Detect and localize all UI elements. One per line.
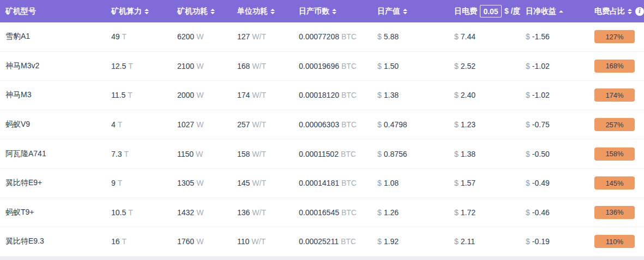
table-body: 雪豹A1 49T 6200W 127W/T 0.00077208BTC $5.8… xyxy=(0,22,644,257)
currency-symbol: $ xyxy=(526,120,530,129)
coin-unit: BTC xyxy=(341,150,356,158)
electricity-cost-cell: $2.40 xyxy=(454,91,526,99)
table-row: 翼比特E9.3 16T 1760W 110W/T 0.00025211BTC $… xyxy=(0,227,644,257)
sort-icon[interactable] xyxy=(403,9,407,14)
electricity-price-unit: $ /度 xyxy=(504,7,521,16)
daily-coins-cell: 0.00077208BTC xyxy=(299,32,377,41)
daily-value-cell: $1.50 xyxy=(377,62,454,70)
power-cell: 1760W xyxy=(177,237,237,246)
col-header-daily-coins[interactable]: 日产币数 xyxy=(299,7,377,16)
sort-asc-icon[interactable] xyxy=(559,10,563,13)
daily-coins-cell: 0.00011502BTC xyxy=(299,150,377,158)
hashrate-cell: 49T xyxy=(111,32,177,41)
hashrate-unit: T xyxy=(118,120,123,129)
power-unit: W xyxy=(196,150,203,158)
hashrate-unit: T xyxy=(118,179,123,187)
hashrate-cell: 16T xyxy=(111,237,177,246)
unit-power-unit: W/T xyxy=(252,32,266,41)
power-unit: W xyxy=(196,237,203,246)
electricity-cost-cell: $1.23 xyxy=(454,120,526,129)
miner-profit-table: 矿机型号 矿机算力 矿机功耗 单位功耗 日产币数 日产值 日电费 $ /度 日净 xyxy=(0,0,644,260)
info-icon[interactable]: i xyxy=(635,7,644,16)
col-header-net-profit[interactable]: 日净收益 xyxy=(526,7,594,16)
daily-value: 1.92 xyxy=(384,237,399,246)
sort-icon[interactable] xyxy=(210,9,215,14)
fee-ratio-badge: 110% xyxy=(594,235,635,248)
col-header-electricity-fee: 日电费 $ /度 xyxy=(454,5,526,17)
currency-symbol: $ xyxy=(526,237,530,246)
hashrate-value: 9 xyxy=(111,179,116,187)
col-header-daily-coins-label: 日产币数 xyxy=(299,7,329,16)
hashrate-value: 49 xyxy=(111,32,120,41)
hashrate-unit: T xyxy=(128,62,133,70)
hashrate-unit: T xyxy=(124,150,129,158)
daily-coins-value: 0.00016545 xyxy=(299,208,339,217)
col-header-daily-value[interactable]: 日产值 xyxy=(377,7,454,16)
col-header-fee-ratio[interactable]: 电费占比 i xyxy=(594,7,644,16)
daily-value: 5.88 xyxy=(384,32,399,41)
coin-unit: BTC xyxy=(341,237,356,246)
electricity-cost-value: 1.72 xyxy=(461,208,476,217)
net-profit-cell: $-1.56 xyxy=(526,32,594,41)
currency-symbol: $ xyxy=(454,32,459,41)
col-header-unit-power-label: 单位功耗 xyxy=(237,7,268,16)
electricity-price-input[interactable] xyxy=(480,5,502,17)
net-profit-cell: $-0.49 xyxy=(526,179,594,187)
net-profit-cell: $-1.02 xyxy=(526,62,594,70)
col-header-model: 矿机型号 xyxy=(5,7,111,16)
power-cell: 1150W xyxy=(177,150,237,158)
col-header-hashrate[interactable]: 矿机算力 xyxy=(111,7,177,16)
daily-value-cell: $1.08 xyxy=(377,179,454,187)
hashrate-value: 16 xyxy=(111,237,120,246)
hashrate-value: 10.5 xyxy=(111,208,126,217)
daily-value-cell: $1.92 xyxy=(377,237,454,246)
col-header-fee-ratio-label: 电费占比 xyxy=(594,7,625,16)
daily-value-cell: $0.8756 xyxy=(377,150,454,158)
hashrate-cell: 11.5T xyxy=(111,91,177,99)
table-row: 翼比特E9+ 9T 1305W 145W/T 0.00014181BTC $1.… xyxy=(0,169,644,198)
electricity-cost-value: 1.38 xyxy=(461,150,476,158)
currency-symbol: $ xyxy=(454,237,459,246)
power-value: 1432 xyxy=(177,208,194,217)
electricity-cost-cell: $1.38 xyxy=(454,150,526,158)
currency-symbol: $ xyxy=(377,208,382,217)
currency-symbol: $ xyxy=(526,91,530,99)
daily-value: 1.26 xyxy=(384,208,399,217)
miner-model: 雪豹A1 xyxy=(5,32,111,42)
fee-ratio-cell: 136% xyxy=(594,206,644,219)
coin-unit: BTC xyxy=(341,91,357,99)
currency-symbol: $ xyxy=(526,208,530,217)
daily-value-cell: $1.38 xyxy=(377,91,454,99)
col-header-unit-power[interactable]: 单位功耗 xyxy=(237,7,299,16)
power-value: 1150 xyxy=(177,150,194,158)
power-cell: 6200W xyxy=(177,32,237,41)
unit-power-cell: 174W/T xyxy=(237,91,299,99)
power-cell: 1305W xyxy=(177,179,237,187)
daily-coins-cell: 0.00018120BTC xyxy=(299,91,377,99)
unit-power-cell: 110W/T xyxy=(237,237,299,246)
sort-icon[interactable] xyxy=(145,9,149,14)
unit-power-unit: W/T xyxy=(252,120,266,129)
miner-model: 翼比特E9+ xyxy=(5,178,111,188)
col-header-power[interactable]: 矿机功耗 xyxy=(177,7,237,16)
fee-ratio-badge: 136% xyxy=(594,206,635,219)
hashrate-unit: T xyxy=(128,208,133,217)
unit-power-value: 168 xyxy=(237,62,250,70)
net-profit-cell: $-0.46 xyxy=(526,208,594,217)
col-header-power-label: 矿机功耗 xyxy=(177,7,208,16)
hashrate-cell: 10.5T xyxy=(111,208,177,217)
currency-symbol: $ xyxy=(377,62,382,70)
currency-symbol: $ xyxy=(377,179,382,187)
miner-model: 神马M3 xyxy=(5,90,111,100)
daily-coins-value: 0.00019696 xyxy=(299,62,339,70)
electricity-cost-value: 2.40 xyxy=(461,91,476,99)
sort-icon[interactable] xyxy=(628,9,632,14)
currency-symbol: $ xyxy=(526,32,530,41)
sort-icon[interactable] xyxy=(332,9,336,14)
net-profit-value: -0.49 xyxy=(532,179,550,187)
sort-icon[interactable] xyxy=(270,9,275,14)
col-header-net-profit-label: 日净收益 xyxy=(526,7,556,16)
unit-power-unit: W/T xyxy=(252,91,266,99)
miner-model: 翼比特E9.3 xyxy=(5,237,111,246)
net-profit-cell: $-0.19 xyxy=(526,237,594,246)
